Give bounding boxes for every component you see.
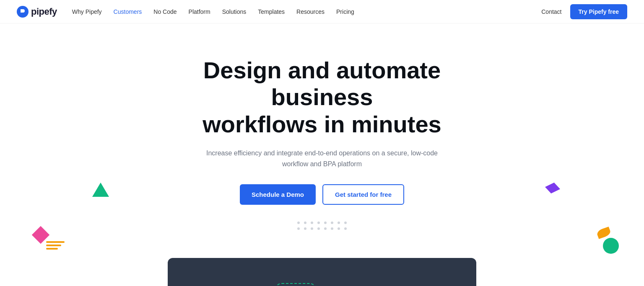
nav-no-code[interactable]: No Code <box>153 8 177 15</box>
dashed-input-box <box>275 283 317 286</box>
workflow-name: Devin <box>430 284 457 286</box>
hero-subtitle: Increase efficiency and integrate end-to… <box>200 148 444 169</box>
nav-why-pipefy[interactable]: Why Pipefy <box>72 8 102 15</box>
yellow-lines-decoration <box>46 241 65 250</box>
dots-decoration <box>17 222 627 230</box>
workflow-demo-section: If purchase is over , request approval f… <box>168 258 476 286</box>
nav-links: Why Pipefy Customers No Code Platform So… <box>72 8 541 15</box>
nav-solutions[interactable]: Solutions <box>222 8 247 15</box>
get-started-button[interactable]: Get started for free <box>322 184 404 205</box>
try-pipefy-button[interactable]: Try Pipefy free <box>570 4 628 19</box>
nav-customers[interactable]: Customers <box>114 8 142 15</box>
workflow-before-text: If purchase is over <box>187 284 269 286</box>
workflow-text: If purchase is over , request approval f… <box>184 283 460 286</box>
nav-platform[interactable]: Platform <box>189 8 210 15</box>
navbar: pipefy Why Pipefy Customers No Code Plat… <box>0 0 644 23</box>
nav-templates[interactable]: Templates <box>258 8 285 15</box>
green-circle-decoration <box>603 238 619 254</box>
nav-right: Contact Try Pipefy free <box>541 4 627 19</box>
workflow-after-text: , request approval from <box>322 284 426 286</box>
logo-text: pipefy <box>31 6 57 17</box>
schedule-demo-button[interactable]: Schedule a Demo <box>240 184 316 205</box>
logo[interactable]: pipefy <box>17 6 57 18</box>
contact-link[interactable]: Contact <box>541 8 561 15</box>
nav-pricing[interactable]: Pricing <box>336 8 354 15</box>
hero-section: Design and automate business workflows i… <box>0 23 644 258</box>
nav-resources[interactable]: Resources <box>296 8 325 15</box>
hero-headline: Design and automate business workflows i… <box>158 57 486 138</box>
hero-buttons: Schedule a Demo Get started for free <box>17 184 627 205</box>
dark-section-wrapper: If purchase is over , request approval f… <box>0 258 644 286</box>
